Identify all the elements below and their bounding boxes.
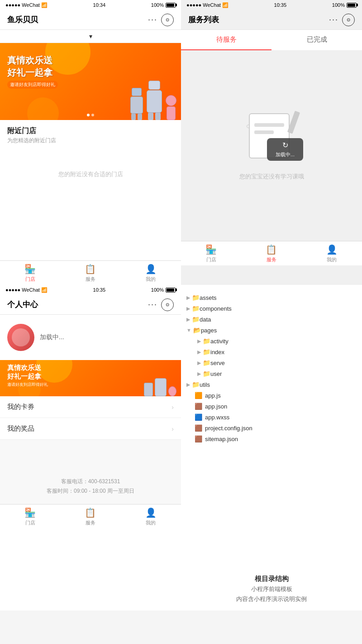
nav-circle-right[interactable]: ⊙ — [342, 14, 355, 26]
tree-item-assets[interactable]: ▶ 📁 assets — [186, 292, 357, 303]
nav-circle-bl[interactable]: ⊙ — [161, 298, 174, 311]
tab-completed[interactable]: 已完成 — [272, 30, 362, 50]
section-subtitle: 为您精选的附近门店 — [7, 137, 174, 144]
tab-service-right[interactable]: 📋 服务 — [241, 241, 301, 265]
circle-icon-bl: ⊙ — [166, 302, 169, 307]
banner2: 真情欢乐送 好礼一起拿 邀请好友到店即得好礼 — [0, 360, 181, 396]
tab-my-left[interactable]: 👤 我的 — [121, 261, 181, 285]
circle-icon-right: ⊙ — [347, 17, 350, 22]
category-arrow: ▾ — [89, 33, 92, 40]
tab-store-right[interactable]: 🏪 门店 — [181, 241, 241, 265]
tree-item-utils[interactable]: ▶ 📁 utils — [186, 379, 357, 390]
dot-1 — [87, 114, 90, 116]
banner-left: 真情欢乐送 好礼一起拿 邀请好友到店即得好礼 — [0, 43, 181, 120]
pink-toy-body — [167, 106, 176, 120]
nav-dots-left[interactable]: ··· — [148, 15, 157, 24]
banner2-robot1 — [144, 383, 153, 396]
tree-item-serve[interactable]: ▶ 📁 serve — [186, 357, 357, 368]
banner-text-left: 真情欢乐送 好礼一起拿 邀请好友到店即得好礼 — [7, 54, 58, 89]
tree-item-appjson[interactable]: 🟫 app.json — [186, 401, 357, 412]
tab-store-bl[interactable]: 🏪 门店 — [0, 505, 60, 529]
footer-info: 客服电话：400-6321531 客服时间：09:00 - 18:00 周一至周… — [0, 440, 181, 504]
robot2-head — [148, 81, 160, 90]
tab-my-right[interactable]: 👤 我的 — [302, 241, 362, 265]
spacer — [0, 202, 181, 260]
tree-item-components[interactable]: ▶ 📁 components — [186, 303, 357, 314]
chevron-index: ▶ — [197, 349, 201, 355]
tab-my-bl[interactable]: 👤 我的 — [121, 505, 181, 529]
my-coupons-label: 我的卡券 — [7, 403, 34, 411]
tab-store-icon-bl: 🏪 — [24, 507, 36, 518]
battery-icon-bl — [166, 288, 176, 293]
avatar-circle — [7, 324, 34, 351]
right-bottom-panel: ▶ 📁 assets ▶ 📁 components ▶ 📁 data ▼ 📂 p… — [181, 285, 362, 610]
robot2-leg1 — [148, 113, 153, 120]
tree-item-user[interactable]: ▶ 📁 user — [186, 368, 357, 379]
file-icon-appjson: 🟫 — [195, 403, 202, 410]
status-bar-left: ●●●●● WeChat 📶 10:34 100% — [0, 0, 181, 10]
tab-store-label-bl: 门店 — [25, 519, 35, 526]
battery-icon-right — [347, 3, 357, 8]
tree-item-projectjson[interactable]: 🟫 project.config.json — [186, 423, 357, 433]
time-left: 10:34 — [93, 2, 106, 8]
section-title: 附近门店 — [7, 126, 174, 136]
folder-icon-data: 📁 — [192, 316, 200, 323]
file-icon-appjs: 🟧 — [195, 392, 202, 399]
category-dropdown-btn[interactable]: ▾ — [89, 33, 92, 40]
nav-title-right: 服务列表 — [188, 14, 219, 25]
dot-2 — [91, 114, 94, 116]
nav-circle-left[interactable]: ⊙ — [161, 14, 174, 26]
nav-dots-right[interactable]: ··· — [329, 15, 338, 24]
chevron-activity: ▶ — [197, 338, 201, 344]
category-bar: ▾ — [0, 30, 181, 43]
tree-item-sitemapjson[interactable]: 🟫 sitemap.json — [186, 433, 357, 444]
prize-chevron: › — [171, 425, 174, 433]
tree-item-appjs[interactable]: 🟧 app.js — [186, 390, 357, 401]
banner2-line2: 好礼一起拿 — [7, 372, 48, 381]
tab-store-left[interactable]: 🏪 门店 — [0, 261, 60, 285]
loading-overlay: ↻ 加载中... — [267, 138, 303, 161]
tab-service-label-right: 服务 — [267, 256, 276, 263]
banner-dots — [87, 114, 94, 116]
tab-my-label-bl: 我的 — [146, 519, 156, 526]
chevron-pages: ▼ — [186, 327, 191, 333]
tree-item-pages[interactable]: ▼ 📂 pages — [186, 325, 357, 336]
carrier-left: ●●●●● WeChat — [5, 2, 40, 8]
tree-item-data[interactable]: ▶ 📁 data — [186, 314, 357, 325]
my-prizes-label: 我的奖品 — [7, 424, 34, 433]
tab-service-left[interactable]: 📋 服务 — [60, 261, 120, 285]
tree-label-utils: utils — [200, 381, 210, 388]
tree-item-index[interactable]: ▶ 📁 index — [186, 346, 357, 357]
nav-title-bl: 个人中心 — [7, 299, 38, 310]
battery-left: 100% — [151, 2, 164, 8]
tree-label-appjs: app.js — [205, 392, 221, 399]
section-empty: 您的附近没有合适的门店 — [0, 147, 181, 202]
my-coupons-item[interactable]: 我的卡券 › — [0, 396, 181, 418]
tree-item-activity[interactable]: ▶ 📁 activity — [186, 336, 357, 346]
banner2-line1: 真情欢乐送 — [7, 364, 48, 372]
left-screen: ●●●●● WeChat 📶 10:34 100% 鱼乐贝贝 ··· ⊙ ▾ — [0, 0, 181, 285]
battery-right: 100% — [332, 2, 345, 8]
status-left: ●●●●● WeChat 📶 — [5, 2, 48, 8]
empty-service-text: 您的宝宝还没有学习课哦 — [239, 173, 304, 181]
caption-box: 根目录结构 小程序前端模板 内容含小程序演示说明实例 — [181, 557, 362, 610]
left-bottom-screen: ●●●●● WeChat 📶 10:35 100% 个人中心 ··· ⊙ — [0, 285, 181, 610]
nav-dots-bl[interactable]: ··· — [148, 300, 157, 309]
tab-service-bl[interactable]: 📋 服务 — [60, 505, 120, 529]
wifi-icon-right: 📶 — [222, 2, 229, 8]
tab-my-label-left: 我的 — [146, 276, 156, 283]
tab-my-icon-bl: 👤 — [145, 507, 157, 518]
banner2-text: 真情欢乐送 好礼一起拿 邀请好友到店即得好礼 — [7, 364, 48, 388]
time-bl: 10:35 — [93, 287, 106, 293]
wifi-bl: 📶 — [41, 287, 48, 293]
my-prizes-item[interactable]: 我的奖品 › — [0, 418, 181, 440]
tree-item-appwxss[interactable]: 🟦 app.wxss — [186, 412, 357, 423]
caption-line1: 根目录结构 — [188, 575, 355, 583]
empty-text: 您的附近没有合适的门店 — [58, 170, 123, 178]
status-right-bl: 100% — [151, 287, 176, 293]
robot1-body — [130, 96, 143, 114]
status-left-bl: ●●●●● WeChat 📶 — [5, 287, 48, 293]
tab-pending[interactable]: 待服务 — [181, 30, 272, 50]
wifi-icon-left: 📶 — [41, 2, 48, 8]
status-right-right: 100% — [332, 2, 357, 8]
